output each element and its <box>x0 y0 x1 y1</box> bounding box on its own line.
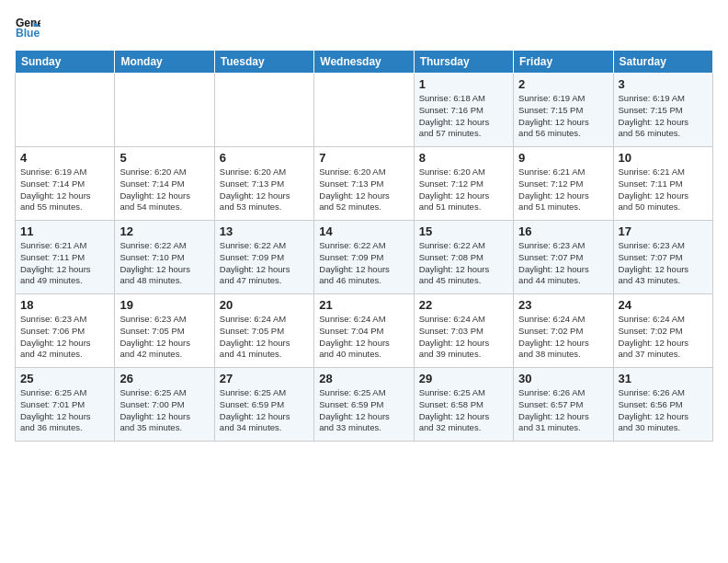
cell-info: Sunrise: 6:19 AM Sunset: 7:15 PM Dayligh… <box>518 93 608 140</box>
day-number: 29 <box>419 372 508 385</box>
day-number: 14 <box>319 224 408 238</box>
calendar-cell: 10Sunrise: 6:21 AM Sunset: 7:11 PM Dayli… <box>613 147 712 221</box>
cell-info: Sunrise: 6:20 AM Sunset: 7:13 PM Dayligh… <box>319 167 408 213</box>
day-number: 31 <box>619 372 708 385</box>
day-number: 28 <box>319 372 408 385</box>
calendar-cell: 17Sunrise: 6:23 AM Sunset: 7:07 PM Dayli… <box>613 221 712 294</box>
calendar-cell: 23Sunrise: 6:24 AM Sunset: 7:02 PM Dayli… <box>514 294 613 368</box>
calendar-table: SundayMondayTuesdayWednesdayThursdayFrid… <box>15 50 713 442</box>
cell-info: Sunrise: 6:23 AM Sunset: 7:06 PM Dayligh… <box>20 314 109 361</box>
day-number: 27 <box>220 372 309 385</box>
cell-info: Sunrise: 6:26 AM Sunset: 6:57 PM Dayligh… <box>518 387 608 434</box>
calendar-cell <box>314 74 414 147</box>
cell-info: Sunrise: 6:25 AM Sunset: 6:59 PM Dayligh… <box>220 387 309 434</box>
cell-info: Sunrise: 6:22 AM Sunset: 7:08 PM Dayligh… <box>419 240 508 287</box>
day-number: 20 <box>220 298 309 312</box>
calendar-cell: 25Sunrise: 6:25 AM Sunset: 7:01 PM Dayli… <box>16 368 115 442</box>
calendar-cell: 1Sunrise: 6:18 AM Sunset: 7:16 PM Daylig… <box>414 74 513 147</box>
calendar-cell: 7Sunrise: 6:20 AM Sunset: 7:13 PM Daylig… <box>314 147 414 221</box>
calendar-cell: 2Sunrise: 6:19 AM Sunset: 7:15 PM Daylig… <box>514 74 613 147</box>
cell-info: Sunrise: 6:19 AM Sunset: 7:15 PM Dayligh… <box>619 93 708 140</box>
day-number: 4 <box>20 151 109 165</box>
day-number: 13 <box>220 224 309 238</box>
calendar-cell: 26Sunrise: 6:25 AM Sunset: 7:00 PM Dayli… <box>115 368 214 442</box>
calendar-cell: 8Sunrise: 6:20 AM Sunset: 7:12 PM Daylig… <box>414 147 513 221</box>
calendar-cell: 9Sunrise: 6:21 AM Sunset: 7:12 PM Daylig… <box>514 147 613 221</box>
calendar-cell: 20Sunrise: 6:24 AM Sunset: 7:05 PM Dayli… <box>214 294 313 368</box>
calendar-cell: 31Sunrise: 6:26 AM Sunset: 6:56 PM Dayli… <box>613 368 712 442</box>
calendar-cell: 21Sunrise: 6:24 AM Sunset: 7:04 PM Dayli… <box>314 294 414 368</box>
cell-info: Sunrise: 6:25 AM Sunset: 7:01 PM Dayligh… <box>20 387 109 434</box>
cell-info: Sunrise: 6:24 AM Sunset: 7:04 PM Dayligh… <box>319 314 408 361</box>
cell-info: Sunrise: 6:19 AM Sunset: 7:14 PM Dayligh… <box>20 167 109 213</box>
day-number: 26 <box>119 372 209 385</box>
day-number: 10 <box>619 151 708 165</box>
calendar-cell: 28Sunrise: 6:25 AM Sunset: 6:59 PM Dayli… <box>314 368 414 442</box>
cell-info: Sunrise: 6:22 AM Sunset: 7:09 PM Dayligh… <box>319 240 408 287</box>
calendar-cell: 11Sunrise: 6:21 AM Sunset: 7:11 PM Dayli… <box>16 221 115 294</box>
calendar-cell: 3Sunrise: 6:19 AM Sunset: 7:15 PM Daylig… <box>613 74 712 147</box>
cell-info: Sunrise: 6:24 AM Sunset: 7:02 PM Dayligh… <box>619 314 708 361</box>
cell-info: Sunrise: 6:25 AM Sunset: 7:00 PM Dayligh… <box>119 387 209 434</box>
day-number: 11 <box>20 224 109 238</box>
cell-info: Sunrise: 6:18 AM Sunset: 7:16 PM Dayligh… <box>419 93 508 140</box>
day-number: 17 <box>619 224 708 238</box>
cell-info: Sunrise: 6:23 AM Sunset: 7:07 PM Dayligh… <box>619 240 708 287</box>
day-number: 12 <box>119 224 209 238</box>
calendar-cell: 19Sunrise: 6:23 AM Sunset: 7:05 PM Dayli… <box>115 294 214 368</box>
weekday-header-thursday: Thursday <box>414 51 513 74</box>
calendar-cell: 14Sunrise: 6:22 AM Sunset: 7:09 PM Dayli… <box>314 221 414 294</box>
svg-text:Blue: Blue <box>16 27 40 40</box>
day-number: 6 <box>220 151 309 165</box>
cell-info: Sunrise: 6:24 AM Sunset: 7:03 PM Dayligh… <box>419 314 508 361</box>
day-number: 22 <box>419 298 508 312</box>
day-number: 8 <box>419 151 508 165</box>
calendar-cell: 16Sunrise: 6:23 AM Sunset: 7:07 PM Dayli… <box>514 221 613 294</box>
day-number: 21 <box>319 298 408 312</box>
logo: General Blue <box>15 15 40 40</box>
calendar-cell: 22Sunrise: 6:24 AM Sunset: 7:03 PM Dayli… <box>414 294 513 368</box>
day-number: 1 <box>419 77 508 91</box>
weekday-header-friday: Friday <box>514 51 613 74</box>
cell-info: Sunrise: 6:24 AM Sunset: 7:02 PM Dayligh… <box>518 314 608 361</box>
calendar-cell: 29Sunrise: 6:25 AM Sunset: 6:58 PM Dayli… <box>414 368 513 442</box>
day-number: 3 <box>619 77 708 91</box>
page-header: General Blue <box>15 15 713 40</box>
calendar-cell: 18Sunrise: 6:23 AM Sunset: 7:06 PM Dayli… <box>16 294 115 368</box>
day-number: 5 <box>119 151 209 165</box>
cell-info: Sunrise: 6:20 AM Sunset: 7:13 PM Dayligh… <box>220 167 309 213</box>
weekday-header-sunday: Sunday <box>16 51 115 74</box>
day-number: 9 <box>518 151 608 165</box>
calendar-cell: 4Sunrise: 6:19 AM Sunset: 7:14 PM Daylig… <box>16 147 115 221</box>
calendar-cell: 12Sunrise: 6:22 AM Sunset: 7:10 PM Dayli… <box>115 221 214 294</box>
cell-info: Sunrise: 6:22 AM Sunset: 7:09 PM Dayligh… <box>220 240 309 287</box>
calendar-cell <box>16 74 115 147</box>
cell-info: Sunrise: 6:25 AM Sunset: 6:59 PM Dayligh… <box>319 387 408 434</box>
day-number: 18 <box>20 298 109 312</box>
cell-info: Sunrise: 6:22 AM Sunset: 7:10 PM Dayligh… <box>119 240 209 287</box>
weekday-header-saturday: Saturday <box>613 51 712 74</box>
day-number: 7 <box>319 151 408 165</box>
logo-icon: General Blue <box>15 15 40 40</box>
day-number: 23 <box>518 298 608 312</box>
calendar-cell: 15Sunrise: 6:22 AM Sunset: 7:08 PM Dayli… <box>414 221 513 294</box>
day-number: 25 <box>20 372 109 385</box>
calendar-cell: 13Sunrise: 6:22 AM Sunset: 7:09 PM Dayli… <box>214 221 313 294</box>
day-number: 16 <box>518 224 608 238</box>
calendar-cell: 24Sunrise: 6:24 AM Sunset: 7:02 PM Dayli… <box>613 294 712 368</box>
calendar-cell <box>115 74 214 147</box>
cell-info: Sunrise: 6:24 AM Sunset: 7:05 PM Dayligh… <box>220 314 309 361</box>
calendar-cell: 6Sunrise: 6:20 AM Sunset: 7:13 PM Daylig… <box>214 147 313 221</box>
weekday-header-wednesday: Wednesday <box>314 51 414 74</box>
day-number: 30 <box>518 372 608 385</box>
calendar-cell: 27Sunrise: 6:25 AM Sunset: 6:59 PM Dayli… <box>214 368 313 442</box>
day-number: 19 <box>119 298 209 312</box>
weekday-header-tuesday: Tuesday <box>214 51 313 74</box>
cell-info: Sunrise: 6:26 AM Sunset: 6:56 PM Dayligh… <box>619 387 708 434</box>
cell-info: Sunrise: 6:23 AM Sunset: 7:07 PM Dayligh… <box>518 240 608 287</box>
day-number: 2 <box>518 77 608 91</box>
weekday-header-monday: Monday <box>115 51 214 74</box>
cell-info: Sunrise: 6:20 AM Sunset: 7:12 PM Dayligh… <box>419 167 508 213</box>
day-number: 15 <box>419 224 508 238</box>
cell-info: Sunrise: 6:21 AM Sunset: 7:11 PM Dayligh… <box>619 167 708 213</box>
